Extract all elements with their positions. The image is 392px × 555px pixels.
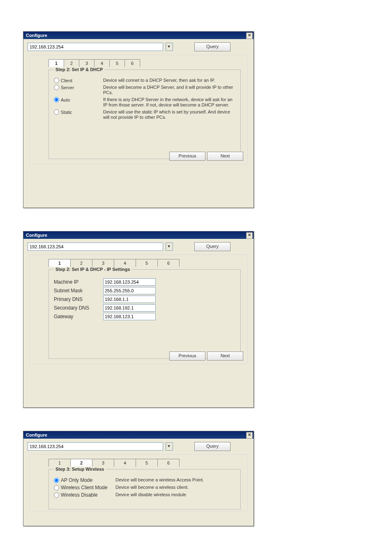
- option-label: AP Only Mode: [61, 477, 92, 483]
- titlebar[interactable]: Configure ✕: [23, 431, 254, 439]
- query-button[interactable]: Query: [194, 242, 231, 251]
- field-primary-dns: Primary DNS: [54, 296, 235, 303]
- query-button[interactable]: Query: [194, 442, 231, 451]
- radio-ap-only[interactable]: [54, 478, 59, 483]
- configure-dialog-1: Configure ✕ Query 1 2 3 4 5 6 Step 2: Se…: [23, 31, 254, 208]
- radio-auto[interactable]: [54, 97, 59, 102]
- close-icon[interactable]: ✕: [246, 432, 253, 439]
- previous-button[interactable]: Previous: [169, 152, 205, 161]
- address-input[interactable]: [28, 243, 163, 251]
- option-label: Server: [61, 85, 74, 90]
- secondary-dns-input[interactable]: [103, 304, 156, 312]
- option-label: Client: [61, 78, 72, 83]
- tab-4[interactable]: 4: [114, 459, 136, 467]
- next-button[interactable]: Next: [207, 152, 243, 161]
- close-icon[interactable]: ✕: [246, 32, 253, 39]
- field-gateway: Gateway: [54, 313, 235, 320]
- dropdown-button[interactable]: [166, 442, 173, 451]
- tab-5[interactable]: 5: [136, 459, 158, 467]
- step-group: Step 2: Set IP & DHCP Client Device will…: [48, 67, 241, 159]
- option-label: Wireless Disable: [61, 492, 97, 498]
- radio-static[interactable]: [54, 109, 59, 115]
- tab-2[interactable]: 2: [70, 459, 92, 467]
- option-desc: Device will become a wireless Access Poi…: [115, 477, 235, 483]
- tab-4[interactable]: 4: [94, 59, 110, 67]
- tab-6[interactable]: 6: [157, 459, 180, 467]
- option-desc: If there is any DHCP Server in the netwo…: [103, 97, 235, 108]
- tab-6[interactable]: 6: [125, 59, 140, 67]
- tabs: 1 2 3 4 5 6: [48, 459, 241, 467]
- option-wireless-disable: Wireless Disable Device will disable wir…: [54, 492, 235, 498]
- previous-button[interactable]: Previous: [169, 352, 205, 361]
- step-group: Step 3: Setup Wireless AP Only Mode Devi…: [48, 467, 241, 509]
- tab-1[interactable]: 1: [48, 59, 64, 67]
- label: Subnet Mask: [54, 288, 103, 294]
- label: Primary DNS: [54, 296, 103, 302]
- address-input[interactable]: [28, 43, 163, 51]
- option-server: Server Device will become a DHCP Server,…: [54, 85, 235, 95]
- dropdown-button[interactable]: [166, 43, 173, 51]
- option-auto: Auto If there is any DHCP Server in the …: [54, 97, 235, 108]
- option-client: Client Device will connet to a DHCP Serv…: [54, 78, 235, 83]
- field-machine-ip: Machine IP: [54, 278, 235, 286]
- step-group: Step 2: Set IP & DHCP - IP Settings Mach…: [48, 267, 241, 359]
- title-text: Configure: [26, 432, 47, 437]
- label: Gateway: [54, 314, 103, 319]
- tab-4[interactable]: 4: [114, 259, 136, 267]
- radio-client[interactable]: [54, 78, 59, 83]
- tab-3[interactable]: 3: [92, 459, 114, 467]
- subnet-mask-input[interactable]: [103, 287, 156, 294]
- close-icon[interactable]: ✕: [246, 232, 253, 239]
- option-desc: Device will use the static IP which is s…: [103, 109, 235, 120]
- option-desc: Device will become a wireless client.: [115, 485, 235, 490]
- primary-dns-input[interactable]: [103, 296, 156, 303]
- tab-5[interactable]: 5: [109, 59, 125, 67]
- tab-3[interactable]: 3: [92, 259, 114, 267]
- option-label: Auto: [61, 97, 70, 102]
- option-desc: Device will become a DHCP Server, and it…: [103, 85, 235, 95]
- tab-3[interactable]: 3: [79, 59, 95, 67]
- radio-wireless-disable[interactable]: [54, 493, 59, 498]
- tab-2[interactable]: 2: [64, 59, 79, 67]
- field-subnet-mask: Subnet Mask: [54, 287, 235, 294]
- address-input[interactable]: [28, 442, 163, 451]
- step-legend: Step 2: Set IP & DHCP - IP Settings: [54, 267, 132, 272]
- option-wireless-client: Wireless Client Mode Device will become …: [54, 485, 235, 490]
- tab-6[interactable]: 6: [157, 259, 180, 267]
- title-text: Configure: [26, 233, 47, 238]
- step-legend: Step 2: Set IP & DHCP: [54, 67, 104, 72]
- field-secondary-dns: Secondary DNS: [54, 304, 235, 312]
- option-static: Static Device will use the static IP whi…: [54, 109, 235, 120]
- machine-ip-input[interactable]: [103, 278, 156, 286]
- tab-2[interactable]: 2: [70, 259, 92, 267]
- option-label: Wireless Client Mode: [61, 485, 107, 490]
- option-label: Static: [61, 110, 72, 115]
- dropdown-button[interactable]: [166, 243, 173, 251]
- next-button[interactable]: Next: [207, 352, 243, 361]
- option-desc: Device will disable wireless module: [115, 492, 235, 497]
- label: Secondary DNS: [54, 305, 103, 311]
- configure-dialog-2: Configure ✕ Query 1 2 3 4 5 6 Step 2: Se…: [23, 231, 254, 408]
- query-button[interactable]: Query: [194, 42, 231, 51]
- titlebar[interactable]: Configure ✕: [23, 32, 254, 39]
- titlebar[interactable]: Configure ✕: [23, 231, 254, 239]
- tab-1[interactable]: 1: [48, 259, 71, 267]
- configure-dialog-3: Configure ✕ Query 1 2 3 4 5 6 Step 3: Se…: [23, 431, 254, 526]
- tabs: 1 2 3 4 5 6: [48, 259, 241, 267]
- step-legend: Step 3: Setup Wireless: [54, 467, 106, 472]
- tabs: 1 2 3 4 5 6: [48, 59, 241, 67]
- label: Machine IP: [54, 279, 103, 285]
- radio-server[interactable]: [54, 85, 59, 90]
- tab-5[interactable]: 5: [136, 259, 158, 267]
- gateway-input[interactable]: [103, 313, 156, 320]
- option-ap-only: AP Only Mode Device will become a wirele…: [54, 477, 235, 483]
- option-desc: Device will connet to a DHCP Server, the…: [103, 78, 235, 83]
- tab-1[interactable]: 1: [48, 459, 71, 467]
- radio-wireless-client[interactable]: [54, 485, 59, 490]
- title-text: Configure: [26, 33, 47, 38]
